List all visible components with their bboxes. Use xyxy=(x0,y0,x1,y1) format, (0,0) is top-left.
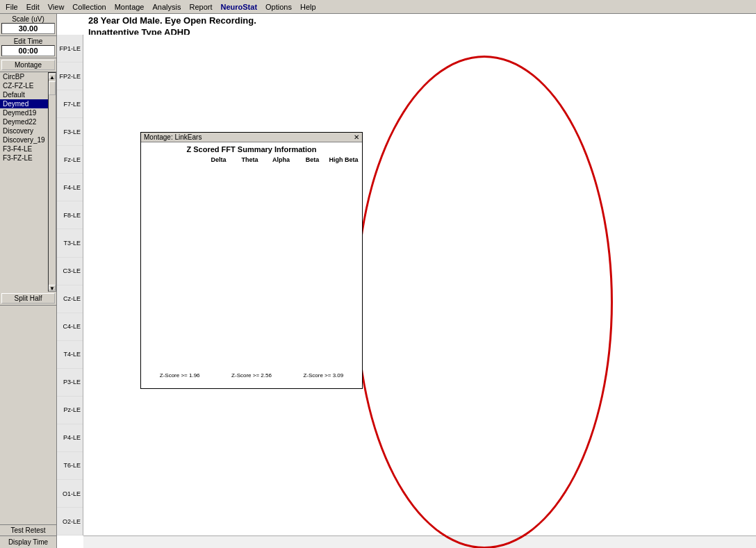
channel-label-c4le: C4-LE xyxy=(57,313,83,341)
scale-label: Scale (uV) xyxy=(1,15,55,23)
col-delta: Delta xyxy=(203,156,234,163)
col-highbeta: High Beta xyxy=(328,156,359,163)
menu-analysis[interactable]: Analysis xyxy=(148,1,185,13)
split-half-button[interactable]: Split Half xyxy=(1,293,55,304)
montage-list-container: CircBPCZ-FZ-LEDefaultDeymedDeymed19Deyme… xyxy=(0,72,56,292)
title-line1: 28 Year Old Male. Eye Open Recording. xyxy=(88,15,256,27)
menu-help[interactable]: Help xyxy=(296,1,320,13)
zscore-3: Z-Score >= 3.09 xyxy=(303,372,343,379)
montage-item-9[interactable]: F3-FZ-LE xyxy=(0,153,48,163)
channel-labels: FP1-LEFP2-LEF7-LEF3-LEFz-LEF4-LEF8-LET3-… xyxy=(57,35,83,535)
montage-item-5[interactable]: Deymed22 xyxy=(0,117,48,126)
z-score-legend: Z-Score >= 1.96 Z-Score >= 2.56 Z-Score … xyxy=(144,372,359,379)
channel-label-c3le: C3-LE xyxy=(57,258,83,285)
menu-report[interactable]: Report xyxy=(185,1,216,13)
fft-content: Z Scored FFT Summary Information Delta T… xyxy=(141,142,362,381)
scrollbar-thumb[interactable] xyxy=(49,81,56,95)
channel-label-fp2le: FP2-LE xyxy=(57,63,83,90)
menu-options[interactable]: Options xyxy=(261,1,296,13)
channel-label-t3le: T3-LE xyxy=(57,229,83,257)
main-layout: Scale (uV) Edit Time Montage CircBPCZ-FZ… xyxy=(0,14,756,548)
sidebar: Scale (uV) Edit Time Montage CircBPCZ-FZ… xyxy=(0,14,57,548)
menubar: File Edit View Collection Montage Analys… xyxy=(0,0,756,14)
channel-label-czle: Cz-LE xyxy=(57,285,83,313)
edit-time-label: Edit Time xyxy=(1,38,55,45)
channel-label-o1le: O1-LE xyxy=(57,480,83,508)
channel-label-f7le: F7-LE xyxy=(57,90,83,118)
split-half-section: Split Half xyxy=(0,292,56,306)
fft-popup[interactable]: Montage: LinkEars ✕ Z Scored FFT Summary… xyxy=(140,132,363,389)
menu-collection[interactable]: Collection xyxy=(68,1,110,13)
montage-item-4[interactable]: Deymed19 xyxy=(0,108,48,117)
col-alpha: Alpha xyxy=(265,156,297,163)
channel-label-pzle: Pz-LE xyxy=(57,397,83,424)
menu-edit[interactable]: Edit xyxy=(22,1,44,13)
zscore-2: Z-Score >= 2.56 xyxy=(231,372,272,379)
channel-label-f4le: F4-LE xyxy=(57,174,83,201)
time-input[interactable] xyxy=(1,45,55,56)
montage-button[interactable]: Montage xyxy=(1,60,55,70)
fft-titlebar: Montage: LinkEars ✕ xyxy=(141,133,362,142)
channel-label-o2le: O2-LE xyxy=(57,508,83,535)
montage-item-6[interactable]: Discovery xyxy=(0,126,48,135)
montage-item-1[interactable]: CZ-FZ-LE xyxy=(0,81,48,90)
col-theta: Theta xyxy=(234,156,265,163)
channel-label-t4le: T4-LE xyxy=(57,341,83,369)
scale-input[interactable] xyxy=(1,23,55,34)
montage-section: Montage xyxy=(0,58,56,72)
fft-brain-maps xyxy=(144,165,358,370)
display-time-label: Display Time xyxy=(0,535,56,548)
eeg-canvas xyxy=(83,35,292,139)
fft-titlebar-text: Montage: LinkEars xyxy=(144,133,202,141)
eeg-area: 28 Year Old Male. Eye Open Recording. In… xyxy=(57,14,756,548)
test-retest-button[interactable]: Test Retest xyxy=(0,524,56,535)
channel-label-t6le: T6-LE xyxy=(57,452,83,480)
montage-list: CircBPCZ-FZ-LEDefaultDeymedDeymed19Deyme… xyxy=(0,72,48,292)
channel-label-f3le: F3-LE xyxy=(57,118,83,146)
montage-scrollbar[interactable]: ▲ ▼ xyxy=(48,72,56,292)
montage-item-3[interactable]: Deymed xyxy=(0,99,48,108)
fft-col-headers: Delta Theta Alpha Beta High Beta xyxy=(144,156,359,163)
channel-label-p3le: P3-LE xyxy=(57,369,83,397)
channel-label-p4le: P4-LE xyxy=(57,424,83,452)
menu-file[interactable]: File xyxy=(1,1,22,13)
menu-montage[interactable]: Montage xyxy=(110,1,149,13)
channel-label-f8le: F8-LE xyxy=(57,201,83,229)
fft-title: Z Scored FFT Summary Information xyxy=(144,145,359,153)
menu-neurostat[interactable]: NeuroStat xyxy=(216,1,261,13)
channel-label-fp1le: FP1-LE xyxy=(57,35,83,63)
time-axis xyxy=(83,535,756,548)
col-beta: Beta xyxy=(297,156,328,163)
edit-time-section: Edit Time xyxy=(0,36,56,58)
montage-item-8[interactable]: F3-F4-LE xyxy=(0,144,48,153)
fft-close-button[interactable]: ✕ xyxy=(354,133,359,141)
montage-item-0[interactable]: CircBP xyxy=(0,72,48,81)
montage-item-2[interactable]: Default xyxy=(0,90,48,99)
channel-label-fzle: Fz-LE xyxy=(57,146,83,174)
scale-section: Scale (uV) xyxy=(0,14,56,36)
menu-view[interactable]: View xyxy=(44,1,69,13)
montage-item-7[interactable]: Discovery_19 xyxy=(0,135,48,144)
zscore-1: Z-Score >= 1.96 xyxy=(160,372,200,379)
